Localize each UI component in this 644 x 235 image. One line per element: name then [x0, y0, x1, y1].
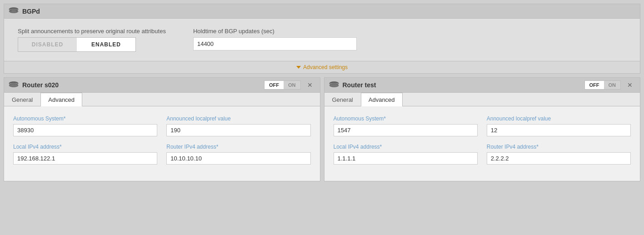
router-test-routeripv4-label: Router IPv4 address* [487, 144, 631, 150]
router-s020-panel: Router s020 OFF ON ✕ General Advanced Au… [4, 77, 320, 181]
router-s020-as-group: Autonomous System* [13, 115, 157, 136]
router-test-localipv4-input[interactable] [334, 152, 478, 165]
router-test-localpref-label: Announced localpref value [487, 115, 631, 122]
bgpd-panel: BGPd Split announcements to preserve ori… [4, 4, 640, 74]
router-test-body: Autonomous System* Announced localpref v… [324, 106, 640, 181]
router-s020-body: Autonomous System* Announced localpref v… [4, 106, 320, 181]
router-s020-localpref-input[interactable] [166, 124, 310, 136]
router-test-tab-general[interactable]: General [324, 93, 361, 106]
router-s020-tab-general[interactable]: General [4, 93, 40, 106]
router-test-localpref-input[interactable] [487, 124, 631, 136]
router-test-off-btn[interactable]: OFF [585, 81, 604, 89]
router-test-panel: Router test OFF ON ✕ General Advanced Au… [324, 77, 641, 181]
router-test-icon [329, 81, 339, 90]
router-test-localpref-group: Announced localpref value [487, 115, 631, 136]
router-s020-row1: Autonomous System* Announced localpref v… [13, 115, 311, 136]
advanced-settings-label: Advanced settings [303, 64, 348, 70]
svg-point-5 [9, 84, 18, 87]
svg-point-1 [9, 10, 18, 13]
bgpd-title: BGPd [22, 8, 40, 15]
router-s020-routeripv4-group: Router IPv4 address* [166, 144, 310, 165]
router-s020-localpref-label: Announced localpref value [166, 115, 310, 122]
router-test-header: Router test OFF ON ✕ [324, 78, 640, 93]
split-ann-label: Split announcements to preserve original… [18, 28, 166, 35]
bgpd-icon [9, 7, 19, 15]
router-s020-icon [9, 81, 19, 90]
router-test-as-label: Autonomous System* [334, 115, 478, 122]
router-s020-tabs: General Advanced [4, 93, 320, 106]
router-test-switch[interactable]: OFF ON [584, 80, 621, 90]
router-s020-localipv4-label: Local IPv4 address* [13, 144, 157, 150]
router-test-title: Router test [343, 81, 581, 89]
router-test-as-input[interactable] [334, 124, 478, 136]
router-test-close-btn[interactable]: ✕ [624, 80, 635, 90]
router-test-tab-advanced[interactable]: Advanced [361, 93, 403, 106]
routers-row: Router s020 OFF ON ✕ General Advanced Au… [4, 77, 640, 181]
router-s020-localipv4-input[interactable] [13, 152, 157, 165]
router-s020-as-label: Autonomous System* [13, 115, 157, 122]
holdtime-label: Holdtime of BGP updates (sec) [193, 28, 357, 35]
router-s020-title: Router s020 [22, 81, 260, 89]
svg-point-7 [329, 84, 339, 87]
enabled-btn[interactable]: ENABLED [77, 38, 135, 51]
router-test-localipv4-group: Local IPv4 address* [334, 144, 478, 165]
router-test-row1: Autonomous System* Announced localpref v… [334, 115, 631, 136]
router-s020-row2: Local IPv4 address* Router IPv4 address* [13, 144, 311, 165]
bgpd-body: Split announcements to preserve original… [4, 19, 640, 61]
router-s020-close-btn[interactable]: ✕ [305, 80, 315, 90]
router-s020-localpref-group: Announced localpref value [166, 115, 310, 136]
router-s020-switch[interactable]: OFF ON [264, 80, 301, 90]
router-s020-on-btn[interactable]: ON [284, 81, 300, 89]
router-s020-header: Router s020 OFF ON ✕ [4, 78, 320, 93]
advanced-settings-bar[interactable]: Advanced settings [4, 61, 640, 73]
router-s020-routeripv4-label: Router IPv4 address* [166, 144, 310, 150]
split-ann-toggle[interactable]: DISABLED ENABLED [18, 37, 136, 52]
holdtime-group: Holdtime of BGP updates (sec) [193, 28, 357, 50]
router-test-row2: Local IPv4 address* Router IPv4 address* [334, 144, 631, 165]
triangle-down-icon [296, 66, 301, 69]
router-test-routeripv4-input[interactable] [487, 152, 631, 165]
bgpd-header: BGPd [4, 4, 640, 19]
router-s020-tab-advanced[interactable]: Advanced [40, 93, 82, 106]
router-s020-as-input[interactable] [13, 124, 157, 136]
router-s020-localipv4-group: Local IPv4 address* [13, 144, 157, 165]
holdtime-input[interactable] [193, 37, 357, 50]
router-test-tabs: General Advanced [324, 93, 640, 106]
router-test-localipv4-label: Local IPv4 address* [334, 144, 478, 150]
split-announcements-group: Split announcements to preserve original… [18, 28, 166, 52]
router-test-routeripv4-group: Router IPv4 address* [487, 144, 631, 165]
disabled-btn[interactable]: DISABLED [18, 38, 77, 51]
router-test-as-group: Autonomous System* [334, 115, 478, 136]
router-s020-routeripv4-input[interactable] [166, 152, 310, 165]
router-s020-off-btn[interactable]: OFF [265, 81, 284, 89]
router-test-on-btn[interactable]: ON [604, 81, 621, 89]
